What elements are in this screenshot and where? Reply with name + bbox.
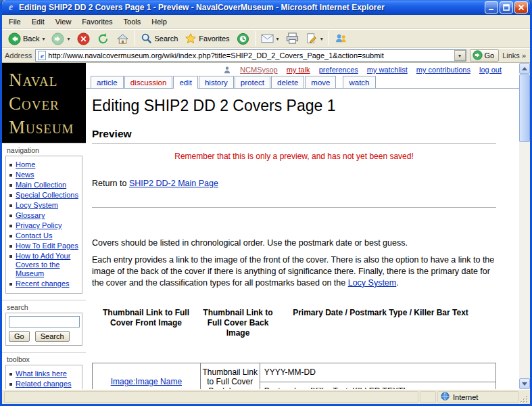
navigation-portlet: navigation Home News Main Collection Spe… [2,143,86,300]
nav-link-privacy-policy[interactable]: Privacy Policy [16,221,62,229]
favorites-button[interactable]: Favorites [181,31,233,46]
search-button[interactable]: Search [137,31,182,46]
tab-history[interactable]: history [199,76,234,88]
navigation-title: navigation [5,145,82,156]
address-input[interactable] [48,51,452,60]
nav-item: How To Edit Pages [9,242,80,250]
tab-article[interactable]: article [91,76,124,88]
search-search-button[interactable]: Search [35,331,70,342]
status-secondary-pane [420,391,436,403]
preferences-link[interactable]: preferences [319,66,358,74]
nav-link-contact-us[interactable]: Contact Us [16,231,52,240]
logo-line-1: Naval [9,68,86,92]
cover-table-headers: Thumbnail Link to Full Cover Front Image… [92,308,496,338]
page-viewport: Naval Cover Museum navigation Home News … [2,63,530,389]
my-watchlist-link[interactable]: my watchlist [367,66,408,74]
my-contributions-link[interactable]: my contributions [416,66,470,74]
scrollbar-thumb[interactable] [519,74,530,142]
minimize-button[interactable] [485,1,498,14]
scroll-up-arrow-icon [522,67,527,70]
menu-edit[interactable]: Edit [26,16,50,28]
titlebar[interactable]: e Editing SHIP2 DD 2 Covers Page 1 - Pre… [2,0,530,15]
nav-link-recent-changes[interactable]: Recent changes [16,279,70,288]
nav-item: Privacy Policy [9,221,80,230]
back-thumbnail-text: Thumbnail Link to Full Cover Back Image [203,367,258,389]
tab-watch-label[interactable]: watch [349,78,369,87]
site-logo[interactable]: Naval Cover Museum [2,63,86,143]
tab-edit[interactable]: edit [173,76,198,89]
search-input[interactable] [9,316,80,328]
resize-grip[interactable] [520,395,529,404]
go-button[interactable]: Go [470,49,500,62]
print-icon [286,32,299,45]
locy-system-link[interactable]: Locy System [348,278,397,288]
username-link[interactable]: NCMSysop [240,66,278,74]
return-page-link[interactable]: SHIP2 DD-2 Main Page [129,179,218,188]
back-dropdown-icon[interactable]: ▾ [42,36,45,42]
menu-tools[interactable]: Tools [118,16,147,28]
tab-discussion-label[interactable]: discussion [130,78,167,87]
edit-dropdown-icon[interactable]: ▾ [320,36,323,42]
tab-watch[interactable]: watch [343,76,375,88]
history-button[interactable] [233,31,253,47]
go-icon [473,50,483,62]
mail-button[interactable]: ▾ [258,32,283,45]
tab-article-label[interactable]: article [97,78,118,87]
vertical-scrollbar[interactable] [519,63,530,389]
scroll-up-button[interactable] [519,63,530,74]
nav-link-special-collections[interactable]: Special Collections [16,191,78,199]
maximize-button[interactable] [500,1,513,14]
nav-item: Home [9,160,80,169]
messenger-button[interactable] [331,31,351,46]
tab-edit-label[interactable]: edit [179,78,192,87]
close-button[interactable] [514,1,528,14]
page-tabs: article discussion edit history protect … [86,76,519,89]
stop-button[interactable] [74,31,93,47]
nav-item: How to Add Your Covers to the Museum [9,252,80,278]
mail-dropdown-icon[interactable]: ▾ [276,36,279,42]
edit-button[interactable]: ▾ [302,31,327,46]
forward-dropdown-icon[interactable]: ▾ [67,36,70,42]
links-button[interactable]: Links » [502,51,527,60]
image-name-link[interactable]: Image:Image Name [111,377,182,386]
search-title: search [5,302,82,313]
nav-link-locy-system[interactable]: Locy System [16,201,58,209]
home-button[interactable] [113,31,132,47]
scroll-down-button[interactable] [519,378,530,389]
menu-file[interactable]: File [3,16,26,28]
table-row: Image:Image Name Thumbnail Link to Full … [93,363,496,382]
nav-link-glossary[interactable]: Glossary [16,211,45,219]
address-dropdown-button[interactable]: ▾ [454,50,466,61]
nav-link-home[interactable]: Home [16,160,35,168]
tab-protect[interactable]: protect [235,76,270,88]
tab-move[interactable]: move [305,76,336,88]
tab-delete[interactable]: delete [271,76,304,88]
menu-view[interactable]: View [50,16,77,28]
address-field[interactable]: e ▾ [35,49,466,62]
print-button[interactable] [283,31,302,46]
search-go-button[interactable]: Go [9,331,30,342]
toolbox-link-what-links-here[interactable]: What links here [16,369,67,378]
menubar: File Edit View Favorites Tools Help [2,15,530,29]
tab-history-label[interactable]: history [205,78,228,87]
toolbox-link-related-changes[interactable]: Related changes [16,380,72,388]
nav-link-main-collection[interactable]: Main Collection [16,181,66,189]
menu-help[interactable]: Help [146,16,172,28]
nav-link-add-covers[interactable]: How to Add Your Covers to the Museum [16,252,70,277]
tab-move-label[interactable]: move [311,78,330,87]
tab-discussion[interactable]: discussion [124,76,173,88]
refresh-button[interactable] [93,31,113,47]
log-out-link[interactable]: log out [479,66,502,74]
user-icon [223,66,231,74]
menu-favorites[interactable]: Favorites [76,16,118,28]
nav-link-how-to-edit[interactable]: How To Edit Pages [16,242,78,250]
return-line: Return to SHIP2 DD-2 Main Page [92,178,496,189]
forward-button[interactable]: ▾ [48,31,73,47]
tab-protect-label[interactable]: protect [241,78,264,87]
back-button[interactable]: Back ▾ [5,31,48,47]
return-prefix: Return to [92,179,129,188]
my-talk-link[interactable]: my talk [287,66,310,74]
preview-heading: Preview [92,127,496,144]
tab-delete-label[interactable]: delete [277,78,298,87]
nav-link-news[interactable]: News [16,171,34,179]
